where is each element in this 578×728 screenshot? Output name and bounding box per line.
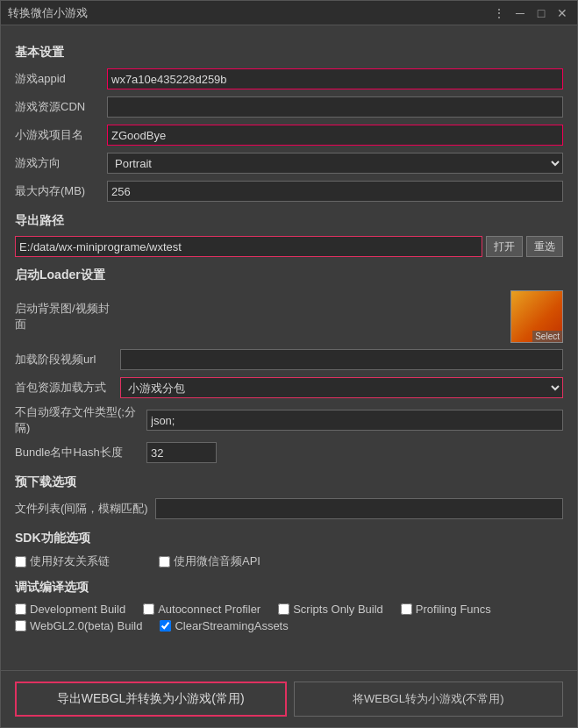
scripts-only-checkbox[interactable] bbox=[278, 603, 289, 615]
sdk-row: 使用好友关系链 使用微信音频API bbox=[15, 553, 563, 569]
loader-settings-title: 启动Loader设置 bbox=[15, 268, 563, 283]
project-name-input[interactable] bbox=[107, 125, 563, 146]
loader-bg-row: 启动背景图/视频封面 Select bbox=[15, 290, 563, 343]
sdk-friends-label: 使用好友关系链 bbox=[30, 553, 110, 569]
open-button[interactable]: 打开 bbox=[486, 236, 523, 257]
image-select-label: Select bbox=[532, 331, 562, 342]
dev-build-item: Development Build bbox=[15, 603, 125, 616]
file-list-input[interactable] bbox=[155, 498, 563, 519]
max-memory-label: 最大内存(MB) bbox=[15, 183, 107, 199]
debug-row-2: WebGL2.0(beta) Build ClearStreamingAsset… bbox=[15, 619, 563, 632]
appid-label: 游戏appid bbox=[15, 71, 107, 87]
export-main-button[interactable]: 导出WEBGL并转换为小游戏(常用) bbox=[15, 682, 287, 717]
orientation-select[interactable]: Portrait Landscape Auto bbox=[107, 153, 563, 174]
export-path-title: 导出路径 bbox=[15, 213, 563, 229]
profiling-label: Profiling Funcs bbox=[416, 603, 491, 616]
sdk-friends-checkbox[interactable] bbox=[15, 556, 26, 567]
clear-streaming-checkbox[interactable] bbox=[160, 620, 171, 632]
bundle-hash-input[interactable] bbox=[146, 442, 217, 463]
export-path-input[interactable] bbox=[15, 236, 482, 257]
bundle-hash-row: Bundle名中Hash长度 bbox=[15, 441, 563, 464]
webgl-item: WebGL2.0(beta) Build bbox=[15, 619, 142, 632]
webgl-label: WebGL2.0(beta) Build bbox=[30, 619, 142, 632]
dev-build-checkbox[interactable] bbox=[15, 603, 26, 615]
loader-video-label: 加载阶段视频url bbox=[15, 352, 120, 368]
sdk-friends-item: 使用好友关系链 bbox=[15, 553, 110, 569]
autoconnect-checkbox[interactable] bbox=[143, 603, 154, 615]
cdn-input[interactable] bbox=[107, 96, 563, 118]
first-pack-row: 首包资源加载方式 小游戏分包 小游戏网络请求 小游戏内嵌 bbox=[15, 376, 563, 399]
reset-button[interactable]: 重选 bbox=[526, 236, 563, 257]
dev-build-label: Development Build bbox=[30, 603, 125, 616]
file-list-row: 文件列表(间隔，模糊匹配) bbox=[15, 497, 563, 520]
debug-row-1: Development Build Autoconnect Profiler S… bbox=[15, 603, 563, 616]
first-pack-select[interactable]: 小游戏分包 小游戏网络请求 小游戏内嵌 bbox=[120, 377, 563, 398]
basic-settings-title: 基本设置 bbox=[15, 45, 563, 61]
orientation-label: 游戏方向 bbox=[15, 155, 107, 171]
cdn-label: 游戏资源CDN bbox=[15, 99, 107, 115]
appid-input[interactable] bbox=[107, 68, 563, 89]
no-cache-label: 不自动缓存文件类型(;分隔) bbox=[15, 404, 146, 436]
scripts-only-label: Scripts Only Build bbox=[293, 603, 383, 616]
clear-streaming-label: ClearStreamingAssets bbox=[175, 619, 288, 632]
max-memory-row: 最大内存(MB) bbox=[15, 180, 563, 203]
image-preview[interactable]: Select bbox=[510, 290, 563, 343]
webgl-checkbox[interactable] bbox=[15, 620, 26, 632]
sdk-audio-label: 使用微信音频API bbox=[174, 553, 260, 569]
export-path-row: 打开 重选 bbox=[15, 236, 563, 257]
clear-streaming-item: ClearStreamingAssets bbox=[160, 619, 288, 632]
export-secondary-button[interactable]: 将WEBGL转为小游戏(不常用) bbox=[294, 682, 564, 717]
download-options-title: 预下载选项 bbox=[15, 475, 563, 490]
profiling-checkbox[interactable] bbox=[401, 603, 412, 615]
title-bar: 转换微信小游戏 ⋮ ─ □ ✕ bbox=[1, 1, 577, 25]
menu-icon: ⋮ bbox=[491, 6, 507, 20]
scripts-only-item: Scripts Only Build bbox=[278, 603, 383, 616]
cdn-row: 游戏资源CDN bbox=[15, 96, 563, 118]
debug-options-title: 调试编译选项 bbox=[15, 580, 563, 596]
window-title: 转换微信小游戏 bbox=[8, 5, 491, 21]
title-controls: ⋮ ─ □ ✕ bbox=[491, 6, 570, 20]
main-window: 转换微信小游戏 ⋮ ─ □ ✕ 基本设置 游戏appid 游戏资源CDN 小游戏… bbox=[0, 0, 578, 728]
maximize-button[interactable]: □ bbox=[533, 6, 549, 20]
loader-video-row: 加载阶段视频url bbox=[15, 348, 563, 371]
no-cache-input[interactable] bbox=[146, 410, 563, 431]
sdk-options-title: SDK功能选项 bbox=[15, 531, 563, 546]
orientation-row: 游戏方向 Portrait Landscape Auto bbox=[15, 152, 563, 175]
profiling-item: Profiling Funcs bbox=[401, 603, 491, 616]
content-area: 基本设置 游戏appid 游戏资源CDN 小游戏项目名 游戏方向 Portrai… bbox=[1, 25, 577, 670]
autoconnect-item: Autoconnect Profiler bbox=[143, 603, 260, 616]
project-name-label: 小游戏项目名 bbox=[15, 127, 107, 143]
project-name-row: 小游戏项目名 bbox=[15, 124, 563, 146]
loader-bg-label: 启动背景图/视频封面 bbox=[15, 301, 120, 332]
sdk-audio-item: 使用微信音频API bbox=[159, 553, 260, 569]
bottom-buttons: 导出WEBGL并转换为小游戏(常用) 将WEBGL转为小游戏(不常用) bbox=[1, 670, 577, 727]
first-pack-label: 首包资源加载方式 bbox=[15, 380, 120, 396]
no-cache-row: 不自动缓存文件类型(;分隔) bbox=[15, 404, 563, 436]
bundle-hash-label: Bundle名中Hash长度 bbox=[15, 445, 146, 460]
loader-video-input[interactable] bbox=[120, 349, 563, 370]
close-button[interactable]: ✕ bbox=[554, 6, 570, 20]
max-memory-input[interactable] bbox=[107, 181, 563, 202]
appid-row: 游戏appid bbox=[15, 68, 563, 90]
sdk-audio-checkbox[interactable] bbox=[159, 556, 170, 567]
file-list-label: 文件列表(间隔，模糊匹配) bbox=[15, 501, 155, 517]
autoconnect-label: Autoconnect Profiler bbox=[158, 603, 260, 616]
minimize-button[interactable]: ─ bbox=[512, 6, 528, 20]
